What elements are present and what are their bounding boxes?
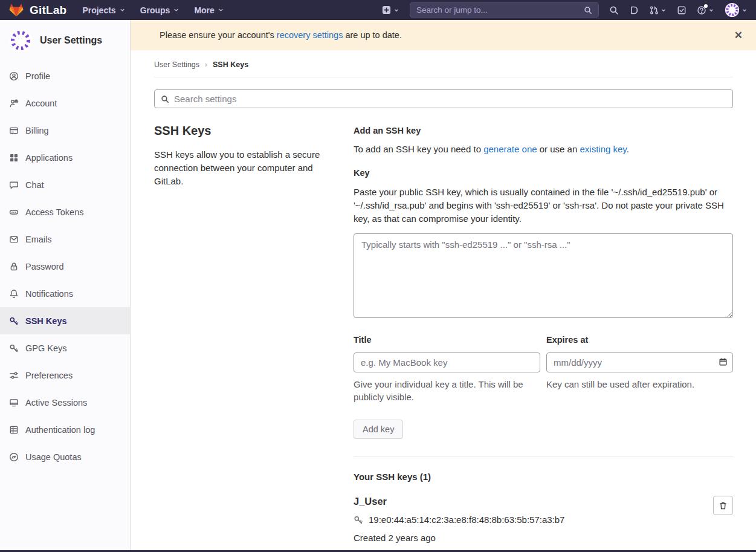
banner-message: Please ensure your account's recovery se… [160, 30, 402, 40]
recovery-settings-link[interactable]: recovery settings [277, 30, 343, 40]
chevron-down-icon [741, 7, 748, 13]
sidebar-item-label: Access Tokens [25, 207, 83, 217]
nav-more-label: More [194, 5, 214, 15]
notifications-icon [9, 289, 19, 299]
key-fingerprint: 19:e0:44:a5:14:c2:3a:e8:f8:48:8b:63:5b:5… [369, 515, 564, 525]
banner-text-after: are up to date. [343, 30, 402, 40]
expires-field-help: Key can still be used after expiration. [546, 378, 733, 391]
page-title: SSH Keys [154, 124, 337, 138]
chevron-down-icon [708, 7, 714, 13]
settings-search-input[interactable] [174, 94, 726, 104]
expires-at-input[interactable] [546, 352, 733, 372]
ssh-keys-icon [9, 316, 19, 326]
ssh-key-textarea[interactable] [354, 233, 733, 318]
key-field-label: Key [354, 168, 733, 178]
nav-projects-label: Projects [82, 5, 115, 15]
close-icon[interactable]: ✕ [731, 28, 746, 43]
sidebar-item-profile[interactable]: Profile [0, 62, 130, 89]
chat-icon [9, 180, 19, 190]
profile-icon [9, 71, 19, 81]
global-search[interactable] [410, 2, 599, 18]
intro-text: or use an [537, 144, 580, 154]
applications-icon [9, 153, 19, 163]
sidebar-item-ssh-keys[interactable]: SSH Keys [0, 307, 130, 334]
search-icon[interactable] [609, 5, 619, 15]
merge-requests-menu[interactable] [649, 5, 667, 15]
chevron-down-icon [661, 7, 667, 13]
notification-dot [704, 4, 708, 8]
sidebar-title: User Settings [40, 35, 102, 46]
sidebar-item-label: Applications [25, 153, 73, 163]
merge-request-icon [649, 5, 659, 15]
sidebar-item-label: Password [25, 262, 64, 271]
section-info-column: SSH Keys SSH keys allow you to establish… [154, 124, 337, 552]
new-menu-button[interactable] [382, 5, 399, 15]
nav-groups-label: Groups [140, 5, 170, 15]
settings-search[interactable] [154, 89, 733, 108]
sidebar-item-label: Usage Quotas [25, 452, 82, 462]
page-description: SSH keys allow you to establish a secure… [154, 148, 337, 187]
breadcrumb-user-settings[interactable]: User Settings [154, 60, 199, 69]
sidebar-item-notifications[interactable]: Notifications [0, 280, 130, 307]
sidebar-item-label: Preferences [25, 371, 73, 380]
calendar-icon[interactable] [719, 357, 728, 366]
sidebar-item-label: Notifications [25, 289, 73, 299]
sidebar-item-emails[interactable]: Emails [0, 226, 130, 253]
delete-key-button[interactable] [713, 496, 733, 515]
gitlab-home-link[interactable]: GitLab [8, 2, 66, 18]
billing-icon [9, 126, 19, 135]
avatar [725, 2, 740, 18]
intro-text: To add an SSH key you need to [354, 144, 483, 154]
chevron-down-icon [218, 7, 224, 13]
nav-more[interactable]: More [194, 5, 224, 15]
generate-one-link[interactable]: generate one [483, 144, 537, 154]
search-icon [584, 6, 592, 15]
sidebar-item-active-sessions[interactable]: Active Sessions [0, 389, 130, 416]
global-search-input[interactable] [416, 5, 579, 15]
expires-field-group: Expires at Key can still be used after e… [546, 335, 733, 403]
sidebar-item-access-tokens[interactable]: Access Tokens [0, 198, 130, 226]
expires-field-label: Expires at [546, 335, 733, 345]
main-area: Please ensure your account's recovery se… [131, 20, 756, 552]
sidebar-item-password[interactable]: Password [0, 253, 130, 280]
nav-projects[interactable]: Projects [82, 5, 125, 15]
sidebar-item-label: Active Sessions [25, 398, 87, 408]
title-field-label: Title [354, 335, 540, 345]
sidebar-item-label: Emails [25, 235, 52, 244]
sidebar-item-chat[interactable]: Chat [0, 171, 130, 198]
preferences-icon [9, 371, 19, 380]
sidebar-item-label: Billing [25, 126, 49, 135]
issues-icon[interactable] [629, 5, 639, 15]
breadcrumb-current: SSH Keys [213, 60, 248, 69]
section-divider [354, 456, 733, 456]
sidebar-item-billing[interactable]: Billing [0, 117, 130, 144]
sidebar-item-label: Chat [25, 180, 44, 190]
sidebar-item-usage-quotas[interactable]: Usage Quotas [0, 443, 130, 470]
sidebar-item-applications[interactable]: Applications [0, 144, 130, 171]
sidebar-item-authentication-log[interactable]: Authentication log [0, 416, 130, 443]
banner-text-before: Please ensure your account's [160, 30, 277, 40]
sidebar-header: User Settings [0, 20, 130, 62]
key-title: J_User [354, 496, 705, 507]
account-icon [9, 99, 19, 108]
usage-quotas-icon [9, 452, 19, 462]
chevron-down-icon [173, 7, 179, 13]
sidebar-item-account[interactable]: Account [0, 89, 130, 117]
help-menu[interactable] [697, 5, 714, 15]
nav-groups[interactable]: Groups [140, 5, 180, 15]
search-icon [161, 95, 169, 103]
sidebar-item-gpg-keys[interactable]: GPG Keys [0, 334, 130, 362]
todos-icon[interactable] [677, 5, 687, 15]
your-ssh-keys-heading: Your SSH keys (1) [354, 472, 733, 482]
add-key-button[interactable]: Add key [354, 420, 403, 439]
title-input[interactable] [354, 352, 540, 372]
sidebar-item-preferences[interactable]: Preferences [0, 362, 130, 389]
breadcrumb-separator-icon: › [205, 60, 207, 69]
intro-text: . [627, 144, 629, 154]
user-menu[interactable] [725, 2, 748, 18]
help-icon [697, 5, 706, 15]
sidebar-item-label: Profile [25, 71, 50, 81]
existing-key-link[interactable]: existing key [580, 144, 626, 154]
authentication-log-icon [9, 425, 19, 435]
sidebar-item-label: Authentication log [25, 425, 95, 435]
